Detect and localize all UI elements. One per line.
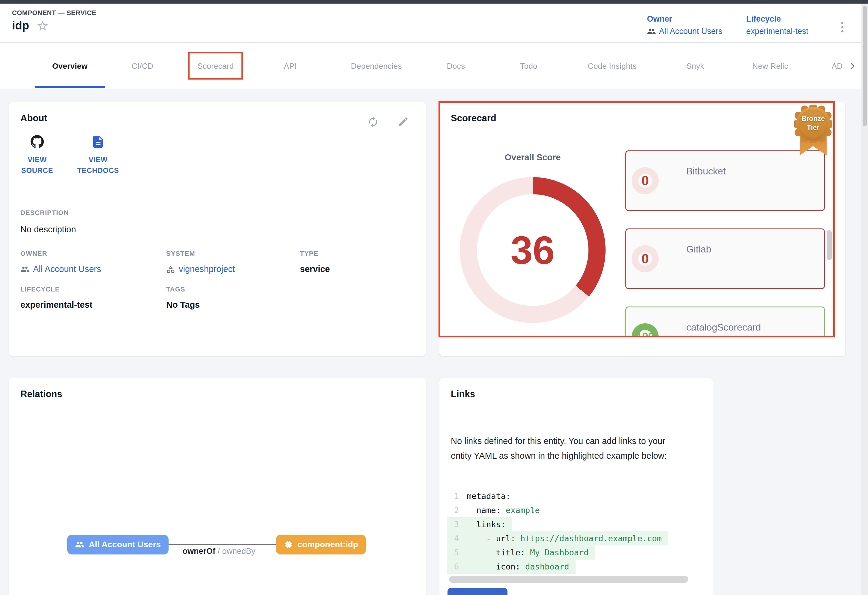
relation-source-chip[interactable]: All Account Users [67, 535, 168, 555]
owner-entity-link[interactable]: All Account Users [33, 264, 101, 274]
kebab-menu-button[interactable] [837, 18, 847, 37]
tab-ad-truncated[interactable]: AD [832, 61, 843, 71]
document-icon [91, 133, 105, 150]
relation-target-label: component:idp [298, 540, 358, 549]
score-value: 100 [636, 330, 654, 337]
yaml-code-block: 1metadata: 2 name: example 3 links: 4 - … [447, 489, 704, 574]
relation-source-label: All Account Users [89, 540, 161, 549]
score-value: 0 [642, 173, 649, 188]
favorite-star-icon[interactable] [36, 19, 49, 32]
score-box-gitlab[interactable]: 0 Gitlab [625, 228, 825, 289]
tab-docs[interactable]: Docs [447, 61, 465, 71]
edge-separator: / [216, 547, 222, 556]
tags-field: TAGS No Tags [166, 286, 300, 310]
tab-new-relic[interactable]: New Relic [752, 61, 788, 71]
relation-edge-line [159, 544, 279, 545]
breadcrumb: COMPONENT — SERVICE [12, 9, 96, 17]
tab-api[interactable]: API [284, 61, 297, 71]
view-techdocs-label: VIEW TECHDOCS [71, 154, 125, 176]
badge-text-line1: Bronze [794, 114, 832, 123]
tags-value: No Tags [166, 300, 300, 310]
edge-to: ownedBy [222, 547, 255, 556]
overall-gauge-value: 36 [460, 177, 605, 323]
header-lifecycle-block: Lifecycle experimental-test [746, 15, 808, 36]
code-line: 3 links: [447, 517, 704, 531]
system-entity-link[interactable]: vigneshproject [179, 264, 235, 274]
lifecycle-label: Lifecycle [746, 15, 808, 24]
code-line: 4 - url: https://dashboard.example.com [447, 531, 704, 545]
score-ring: 0 [632, 167, 658, 194]
page-scrollbar-thumb[interactable] [863, 6, 867, 126]
relations-card: Relations All Account Users component:id… [9, 378, 426, 595]
tab-code-insights[interactable]: Code Insights [588, 61, 637, 71]
about-card: About VIEW SOURCE VIEW TECHDOCS DESCRIPT… [9, 102, 426, 356]
header-owner-block: Owner All Account Users [647, 15, 723, 36]
tabs-overflow-chevron-right-icon[interactable] [848, 61, 858, 71]
relation-target-chip[interactable]: component:idp [276, 535, 366, 555]
overall-score-gauge: 36 [460, 177, 605, 323]
tab-dependencies[interactable]: Dependencies [351, 61, 402, 71]
lifecycle-value: experimental-test [21, 300, 166, 310]
type-value: service [300, 264, 415, 274]
links-empty-text: No links defined for this entity. You ca… [451, 434, 685, 463]
description-value: No description [21, 225, 76, 234]
code-horizontal-scrollbar[interactable] [449, 576, 688, 583]
tab-scorecard[interactable]: Scorecard [197, 61, 234, 71]
score-box-bitbucket[interactable]: 0 Bitbucket [625, 150, 825, 211]
scorecard-list: 0 Bitbucket 0 Gitlab 100 catalogScorecar… [625, 144, 835, 337]
overview-content: About VIEW SOURCE VIEW TECHDOCS DESCRIPT… [0, 89, 868, 595]
edit-pencil-icon[interactable] [398, 116, 409, 128]
score-ring: 100 [632, 323, 658, 337]
relation-edge-label: ownerOf / ownedBy [159, 547, 279, 556]
score-value: 0 [642, 251, 649, 266]
scorecard-list-scrollbar[interactable] [827, 230, 832, 260]
owner-label: Owner [647, 15, 723, 24]
tab-todo[interactable]: Todo [520, 61, 537, 71]
bronze-tier-badge: Bronze Tier [794, 105, 832, 157]
refresh-icon[interactable] [367, 116, 379, 128]
lifecycle-value: experimental-test [746, 27, 808, 36]
people-icon [75, 540, 84, 549]
entity-header: COMPONENT — SERVICE idp Owner All Accoun… [0, 4, 868, 43]
view-source-button[interactable]: VIEW SOURCE [21, 133, 54, 176]
badge-text-line2: Tier [794, 123, 832, 132]
links-card: Links No links defined for this entity. … [439, 378, 713, 595]
window-top-bar [0, 0, 868, 4]
code-line: 6 icon: dashboard [447, 559, 704, 574]
code-line: 5 title: My Dashboard [447, 545, 704, 559]
entity-tabs: Overview CI/CD Scorecard API Dependencie… [0, 43, 868, 89]
tab-overview[interactable]: Overview [52, 61, 87, 71]
add-link-button[interactable] [447, 588, 508, 595]
scorecard-card: Scorecard Bronze Tier Overall Score [439, 102, 845, 356]
score-ring: 0 [632, 245, 658, 272]
view-source-label: VIEW SOURCE [21, 154, 54, 176]
code-line: 1metadata: [447, 489, 704, 503]
system-category-icon [166, 265, 175, 274]
component-chip-icon [284, 540, 293, 549]
tab-cicd[interactable]: CI/CD [132, 61, 153, 71]
score-box-catalog-scorecard[interactable]: 100 catalogScorecard [625, 306, 825, 337]
system-field: SYSTEM vigneshproject [166, 250, 300, 274]
relations-title: Relations [21, 389, 62, 400]
score-name: catalogScorecard [686, 322, 761, 333]
view-techdocs-button[interactable]: VIEW TECHDOCS [71, 133, 125, 176]
type-field: TYPE service [300, 250, 415, 274]
description-label: DESCRIPTION [21, 209, 76, 217]
owner-link[interactable]: All Account Users [647, 27, 723, 36]
page-title: idp [12, 19, 29, 32]
github-icon [30, 133, 44, 150]
owner-value: All Account Users [659, 27, 723, 36]
page-scrollbar[interactable] [861, 4, 868, 595]
overall-score-label: Overall Score [460, 152, 605, 163]
active-tab-underline [35, 86, 105, 88]
score-name: Bitbucket [686, 166, 726, 177]
score-name: Gitlab [686, 244, 712, 255]
tab-snyk[interactable]: Snyk [686, 61, 704, 71]
owner-field: OWNER All Account Users [21, 250, 166, 274]
links-title: Links [451, 389, 475, 400]
code-line: 2 name: example [447, 503, 704, 517]
edge-from: ownerOf [182, 547, 216, 556]
scorecard-title: Scorecard [451, 113, 496, 124]
lifecycle-field: LIFECYCLE experimental-test [21, 286, 166, 310]
people-icon [21, 265, 30, 274]
